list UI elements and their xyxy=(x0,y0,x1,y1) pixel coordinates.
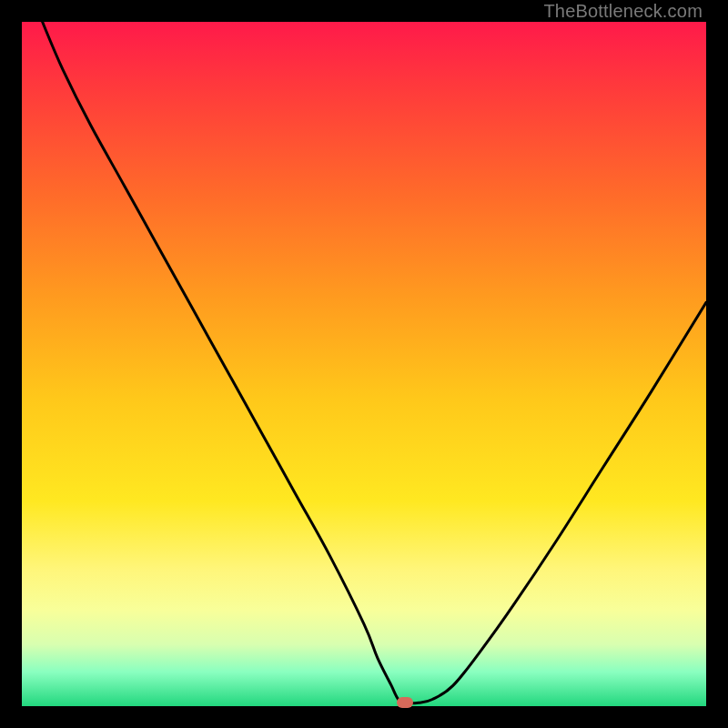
chart-frame: TheBottleneck.com xyxy=(0,0,728,728)
optimum-marker xyxy=(397,697,413,708)
watermark-text: TheBottleneck.com xyxy=(543,1,703,22)
plot-area xyxy=(22,22,706,706)
bottleneck-curve xyxy=(22,22,706,706)
